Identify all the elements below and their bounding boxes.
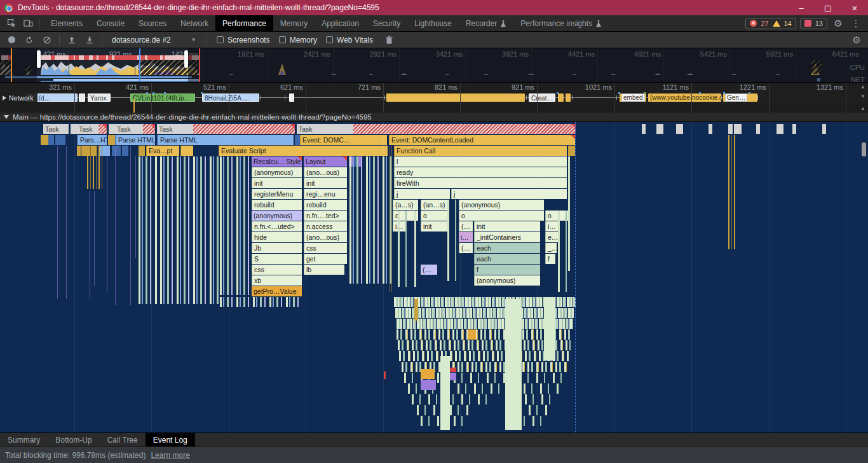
flame-bar[interactable]: Parse HTML [115,135,155,145]
network-request[interactable] [558,93,564,102]
flame-bar[interactable]: xb [252,275,302,286]
history-dropdown[interactable]: dotasource.de #2 ▼ [107,34,202,46]
flame-bar[interactable]: (anonymous) [252,167,302,177]
scroll-down-icon[interactable]: ▼ [860,94,866,99]
flame-bar[interactable] [180,146,193,156]
timeline-overview[interactable]: CPU NET 421 ms921 ms1421 ms1921 ms2421 m… [0,48,868,83]
flame-bar[interactable]: _initContainers [474,232,540,242]
close-button[interactable]: × [841,0,868,15]
flame-bar[interactable] [122,146,128,156]
network-request[interactable]: 8HonaiLZi5A … [202,93,259,102]
checkbox-memory[interactable]: Memory [279,36,317,45]
flame-bar[interactable] [728,124,733,134]
network-request[interactable]: embed [620,93,646,102]
network-request[interactable] [566,93,571,102]
flame-bar[interactable]: each [474,254,540,264]
flame-bar[interactable]: css [304,243,347,253]
flame-bar[interactable]: j [451,189,567,199]
flame-bar[interactable] [822,124,826,134]
flame-bar[interactable]: j [394,189,450,199]
console-messages-badge[interactable]: ✕ 27 14 [745,18,796,29]
flame-bar[interactable]: (ano…ous) [304,232,347,242]
network-request[interactable]: (www.youtube-nocookie.com) [648,93,721,102]
flame-bar[interactable]: n.fn….ted> [304,211,347,221]
save-profile-button[interactable] [82,33,97,47]
flame-bar[interactable]: (anonymous) [252,211,302,221]
network-request[interactable]: CVLin t101 (49).jp… [130,93,195,102]
scroll-up-icon[interactable]: ▲ [860,85,866,90]
tab-memory[interactable]: Memory [273,15,315,32]
flame-bar[interactable]: Recalcu… Style [252,156,302,167]
flame-bar[interactable]: rebuild [252,200,302,210]
minimize-button[interactable]: – [788,0,815,15]
bottom-tab-event-log[interactable]: Event Log [146,433,195,446]
flame-bar[interactable]: ready [394,167,567,177]
flame-bar[interactable]: Parse HTML [157,135,294,145]
flame-bar[interactable]: o [421,211,447,221]
flame-bar[interactable]: each [474,243,540,253]
network-request[interactable] [386,93,525,102]
bottom-tab-summary[interactable]: Summary [0,433,48,446]
flame-bar[interactable]: getPro…Value [252,286,302,296]
flame-bar[interactable]: fireWith [394,178,567,188]
flame-bar[interactable] [48,135,54,145]
flame-bar[interactable]: (anonymous) [474,275,540,286]
tab-application[interactable]: Application [315,15,366,32]
flame-bar[interactable]: Layout [304,156,347,167]
flame-bar[interactable] [679,124,683,134]
flame-bar[interactable]: Task [77,124,107,134]
tab-network[interactable]: Network [173,15,215,32]
capture-settings-gear-icon[interactable]: ⚙ [849,33,864,47]
flame-bar[interactable]: Evaluate Script [219,146,388,156]
flame-bar[interactable]: e… [545,232,558,242]
flame-bar[interactable]: i… [545,221,558,232]
flame-bar[interactable]: (anonymous) [459,200,544,210]
tab-console[interactable]: Console [90,15,132,32]
flame-bar[interactable]: lb [304,265,344,275]
tab-lighthouse[interactable]: Lighthouse [407,15,459,32]
flame-bar[interactable]: l [394,156,567,167]
flame-chart[interactable]: TaskTaskTaskTaskTaskPars…HTMLParse HTMLP… [0,122,868,432]
flame-bar[interactable] [77,146,81,156]
flame-bar[interactable]: Task [43,124,69,134]
flame-bar[interactable] [792,124,796,134]
flame-bar[interactable] [55,135,65,145]
tab-performance-insights[interactable]: Performance insights [513,15,609,32]
flame-bar[interactable]: init [252,178,302,188]
tab-recorder[interactable]: Recorder [459,15,513,32]
record-button[interactable] [4,33,19,47]
flame-bar[interactable]: rebuild [304,200,347,210]
flame-bar[interactable]: _… [545,243,557,253]
flame-bar[interactable]: Pars…HTML [77,135,107,145]
flame-bar[interactable]: registerMenu [252,189,302,199]
flame-bar[interactable]: Event: DOMContentLoaded [389,135,575,145]
flame-bar[interactable]: (… [421,265,437,275]
flame-bar[interactable]: Function Call [394,146,567,156]
flame-bar[interactable] [660,124,663,134]
flame-bar[interactable]: regi…enu [304,189,347,199]
tab-security[interactable]: Security [366,15,407,32]
flame-bar[interactable]: f [545,254,555,264]
flame-bar[interactable]: Task [115,124,155,134]
more-options-icon[interactable]: ⋮ [849,18,863,29]
flame-bar[interactable]: hide [252,232,302,242]
flame-bar[interactable]: n.fn.<…uted> [252,221,302,232]
maximize-button[interactable]: ▢ [815,0,841,15]
flame-bar[interactable]: i… [459,232,473,242]
flame-bar[interactable]: (a…s) [393,200,418,210]
flame-bar[interactable] [139,146,145,156]
flame-bar[interactable]: Event: DOMC… [300,135,387,145]
scroll-up-icon[interactable]: ▲ [860,106,866,111]
flame-bar[interactable] [112,146,121,156]
flame-bar[interactable]: init [304,178,347,188]
flame-bar[interactable] [756,124,760,134]
flame-bar[interactable]: init [474,221,540,232]
flame-bar[interactable] [738,124,742,134]
tab-elements[interactable]: Elements [44,15,90,32]
flame-bar[interactable]: f [474,265,540,275]
flame-bar[interactable]: n.access [304,221,347,232]
tab-performance[interactable]: Performance [215,15,273,32]
flame-bar[interactable] [780,124,783,134]
flame-bar[interactable]: init [421,221,447,232]
settings-gear-icon[interactable]: ⚙ [831,18,845,29]
